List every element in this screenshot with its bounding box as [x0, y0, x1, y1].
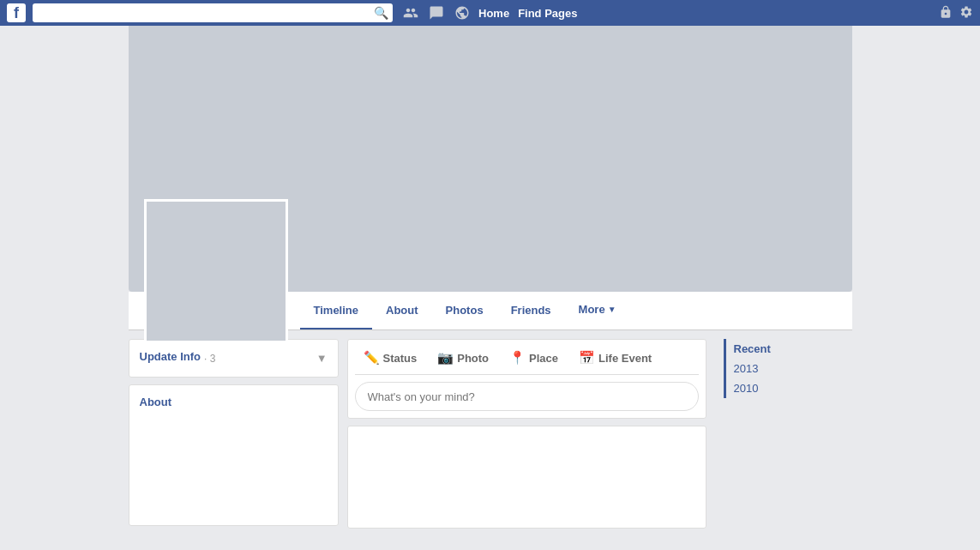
photo-icon: 📷 — [437, 350, 454, 366]
chevron-down-icon: ▼ — [608, 291, 616, 329]
place-icon: 📍 — [509, 350, 526, 366]
search-icon[interactable]: 🔍 — [374, 6, 388, 20]
place-label: Place — [529, 352, 558, 365]
update-info-count: · 3 — [204, 353, 215, 365]
nav-icon-group — [403, 5, 470, 21]
update-info-title-area: Update Info · 3 — [140, 350, 216, 366]
life-event-icon: 📅 — [579, 350, 595, 366]
timeline-line — [724, 339, 726, 398]
life-event-label: Life Event — [598, 352, 652, 365]
composer-tab-status[interactable]: ✏️ Status — [355, 347, 426, 369]
status-icon: ✏️ — [364, 350, 380, 366]
timeline-year-2010[interactable]: 2010 — [724, 378, 852, 398]
home-link[interactable]: Home — [478, 7, 509, 20]
cover-photo — [129, 26, 852, 292]
tab-timeline[interactable]: Timeline — [300, 292, 373, 329]
tab-more[interactable]: More ▼ — [565, 292, 630, 329]
profile-container: Timeline About Photos Friends More ▼ Upd… — [129, 26, 852, 537]
about-box: About — [129, 384, 339, 526]
update-info-box[interactable]: Update Info · 3 ▼ — [129, 339, 339, 378]
status-label: Status — [383, 352, 418, 365]
content-area: Update Info · 3 ▼ About ✏️ — [129, 330, 852, 537]
find-pages-link[interactable]: Find Pages — [518, 7, 577, 20]
update-info-label: Update Info — [140, 350, 201, 363]
post-composer: ✏️ Status 📷 Photo 📍 Place 📅 — [347, 339, 706, 419]
right-sidebar: Recent 2013 2010 — [715, 339, 852, 398]
composer-tab-photo[interactable]: 📷 Photo — [429, 347, 497, 369]
gear-icon[interactable] — [959, 5, 973, 21]
lock-icon[interactable] — [939, 5, 953, 21]
photo-label: Photo — [457, 352, 489, 365]
nav-links-group: Home Find Pages — [478, 7, 577, 20]
feed-box — [347, 426, 706, 529]
tab-friends[interactable]: Friends — [497, 292, 565, 329]
right-icons-group — [939, 5, 973, 21]
expand-icon: ▼ — [316, 352, 328, 365]
status-input[interactable] — [355, 382, 699, 411]
tab-photos[interactable]: Photos — [432, 292, 497, 329]
page-wrapper: Timeline About Photos Friends More ▼ Upd… — [0, 26, 980, 537]
about-content — [140, 412, 328, 515]
facebook-logo: f — [7, 3, 26, 22]
messages-icon[interactable] — [429, 5, 444, 21]
left-sidebar: Update Info · 3 ▼ About — [129, 339, 339, 526]
main-feed: ✏️ Status 📷 Photo 📍 Place 📅 — [347, 339, 706, 529]
globe-icon[interactable] — [454, 5, 470, 21]
about-title: About — [140, 396, 328, 408]
composer-tab-life-event[interactable]: 📅 Life Event — [570, 347, 660, 369]
friends-icon[interactable] — [403, 5, 418, 21]
top-navigation: f 🔍 Home Find Pages — [0, 0, 980, 26]
tab-about[interactable]: About — [372, 292, 432, 329]
profile-picture[interactable] — [144, 199, 288, 343]
timeline-recent[interactable]: Recent — [724, 339, 852, 359]
timeline-sidebar: Recent 2013 2010 — [724, 339, 852, 398]
composer-tab-place[interactable]: 📍 Place — [501, 347, 567, 369]
timeline-year-2013[interactable]: 2013 — [724, 359, 852, 378]
search-input[interactable] — [33, 3, 393, 22]
search-container: 🔍 — [33, 3, 393, 22]
composer-tabs: ✏️ Status 📷 Photo 📍 Place 📅 — [355, 347, 699, 375]
